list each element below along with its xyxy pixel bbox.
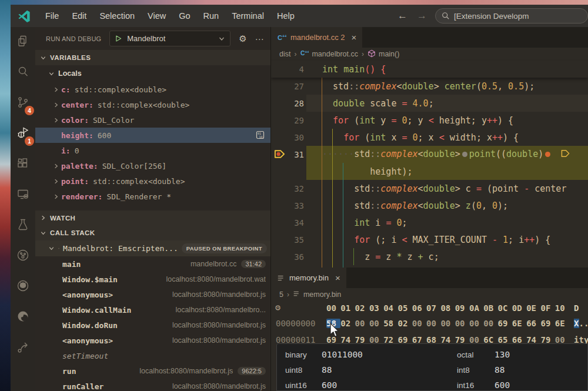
variable-row-center[interactable]: center:std::complex<double> (35, 97, 270, 112)
hex-byte[interactable]: 00 (483, 319, 497, 328)
breadcrumb-item-dist[interactable]: dist (279, 50, 290, 58)
code-line-33[interactable]: 33 std::complex<double> z(0, 0); (271, 197, 588, 214)
activity-live-share[interactable] (11, 333, 35, 363)
menu-help[interactable]: Help (270, 9, 301, 23)
code-area[interactable]: 27 std::complex<double> center(0.5, 0.5)… (271, 78, 588, 268)
activity-search[interactable] (11, 58, 35, 88)
frame-anonymous[interactable]: <anonymous>localhost:8080/mandelbrot.js (35, 287, 270, 302)
frame-main[interactable]: mainmandelbrot.cc31:42 (35, 256, 270, 272)
chevron-right-icon (53, 102, 61, 108)
nav-back-icon[interactable]: ← (397, 10, 407, 22)
code-line-wrap[interactable]: height); (271, 163, 588, 180)
variable-row-c[interactable]: c:std::complex<double> (35, 82, 270, 97)
activity-testing[interactable] (11, 210, 35, 241)
code-line-29[interactable]: 29 for (int y = 0; y < height; y++) { (271, 112, 588, 129)
menu-terminal[interactable]: Terminal (225, 9, 270, 23)
frame-run[interactable]: runlocalhost:8080/mandelbrot.js9622:5 (35, 363, 270, 379)
hex-byte[interactable]: 00 (440, 319, 455, 328)
activity-explorer[interactable] (11, 27, 35, 58)
hex-byte[interactable]: 00 (455, 319, 469, 328)
hex-byte[interactable]: 02 (340, 319, 355, 328)
frame-Window.callMain[interactable]: Window.callMainlocalhost:8080/mandelbro.… (35, 302, 270, 318)
inline-breakpoint-dot-grey[interactable] (462, 152, 467, 157)
frame-setTimeout[interactable]: setTimeout (35, 348, 270, 363)
activity-debug-visualizer[interactable] (11, 241, 35, 272)
hex-byte[interactable]: 6E (555, 319, 569, 328)
activity-run-and-debug[interactable]: 1 (11, 119, 35, 149)
code-line-30[interactable]: 30 for (int x = 0; x < width; x++) { (271, 129, 588, 146)
launch-config-select[interactable]: Mandelbrot (109, 31, 230, 46)
decoded-char[interactable]: . (579, 319, 584, 328)
variable-row-renderer[interactable]: renderer:SDL_Renderer * (35, 189, 270, 204)
code-line-32[interactable]: 32 std::complex<double> c = (point - cen… (271, 180, 588, 197)
frame-Window.$main[interactable]: Window.$mainlocalhost:8080/mandelbrot.wa… (35, 272, 270, 287)
variable-row-palette[interactable]: palette:SDL_Color[256] (35, 158, 270, 173)
menu-run[interactable]: Run (197, 9, 226, 23)
decoded-char[interactable]: . (584, 319, 588, 328)
hex-byte[interactable]: 00 (469, 319, 483, 328)
code-line-36[interactable]: 36 z = z * z + c; (271, 248, 588, 265)
hex-byte[interactable]: 02 (397, 319, 412, 328)
hex-row-00000000[interactable]: 00000000580200005802000000000000696E6669… (271, 315, 588, 332)
close-icon[interactable]: × (335, 273, 340, 283)
menu-go[interactable]: Go (172, 9, 196, 23)
activity-extensions[interactable] (11, 149, 35, 180)
variable-row-height[interactable]: height:6000110 (35, 128, 270, 143)
activity-source-control[interactable]: 4 (11, 88, 35, 119)
code-line-28[interactable]: 28 double scale = 4.0; (271, 95, 588, 112)
breadcrumb[interactable]: dist›C++mandelbrot.cc›main() (271, 48, 588, 61)
breadcrumb-item-memorybin[interactable]: memory.bin (293, 290, 341, 299)
code-line-31[interactable]: 31······std::complex<double>point((doubl… (271, 146, 588, 163)
hex-byte[interactable]: 00 (412, 319, 426, 328)
variable-row-i[interactable]: i:0 (35, 143, 270, 158)
breadcrumb-item-mandelbrotcc[interactable]: C++mandelbrot.cc (300, 49, 358, 59)
activity-remote-explorer[interactable] (11, 180, 35, 210)
debug-start-icon[interactable] (115, 35, 122, 42)
hex-settings-gear-icon[interactable]: ⚙ (275, 302, 280, 313)
tab-mandelbrot-cc[interactable]: C++ mandelbrot.cc 2 × (271, 27, 362, 48)
activity-github[interactable] (11, 272, 35, 302)
hex-grid[interactable]: ⚙ 000102030405060708090A0B0C0D0E0F10D000… (271, 301, 588, 348)
breakpoint-current-line-icon[interactable] (271, 146, 286, 163)
gear-icon[interactable]: ⚙ (239, 34, 246, 44)
tab-memory-bin[interactable]: memory.bin × (271, 268, 346, 288)
section-watch[interactable]: WATCH (35, 210, 270, 225)
menu-edit[interactable]: Edit (65, 9, 93, 23)
hex-byte[interactable]: 69 (540, 319, 554, 328)
variable-row-color[interactable]: color:SDL_Color (35, 112, 270, 128)
menu-selection[interactable]: Selection (93, 9, 141, 23)
breadcrumb-item-main[interactable]: main() (368, 49, 399, 59)
sticky-line[interactable]: 4int main() { (271, 61, 588, 78)
code-line-34[interactable]: 34 int i = 0; (271, 214, 588, 231)
frame-anonymous[interactable]: <anonymous>localhost:8080/mandelbrot.js (35, 333, 270, 348)
hex-byte[interactable]: 69 (498, 319, 512, 328)
code-line-27[interactable]: 27 std::complex<double> center(0.5, 0.5)… (271, 78, 588, 95)
breadcrumb-item-5[interactable]: 5 (279, 290, 283, 299)
close-icon[interactable]: × (352, 32, 357, 42)
frame-runCaller[interactable]: runCallerlocalhost:8080/mandelbrot.js (35, 379, 270, 391)
hex-byte[interactable]: 66 (526, 319, 540, 328)
hex-byte[interactable]: 00 (369, 319, 383, 328)
decoded-char[interactable]: X (574, 319, 579, 328)
variable-row-point[interactable]: point:std::complex<double> (35, 173, 270, 189)
hex-byte[interactable]: 00 (355, 319, 369, 328)
menu-view[interactable]: View (141, 9, 172, 23)
inline-breakpoint-dot-orange[interactable] (545, 152, 550, 157)
breadcrumb[interactable]: 5›memory.bin (271, 288, 588, 301)
section-variables[interactable]: VARIABLES (35, 50, 270, 65)
hex-byte[interactable]: 00 (426, 319, 440, 328)
nav-forward-icon[interactable]: → (417, 10, 427, 22)
binary-view-icon[interactable]: 0110 (256, 131, 265, 141)
more-actions-icon[interactable]: ··· (255, 34, 264, 44)
section-callstack[interactable]: CALL STACK (35, 225, 270, 240)
hex-byte[interactable]: 58 (383, 319, 397, 328)
hex-byte[interactable]: 6E (512, 319, 526, 328)
menu-file[interactable]: File (39, 9, 65, 23)
activity-edge-devtools[interactable] (11, 302, 35, 333)
frame-Window.doRun[interactable]: Window.doRunlocalhost:8080/mandelbrot.js (35, 318, 270, 333)
code-line-35[interactable]: 35 for (; i < MAX_ITER_COUNT - 1; i++) { (271, 231, 588, 248)
command-center-search[interactable]: [Extension Developm (435, 8, 588, 24)
sticky-scroll-line[interactable]: 4int main() { (271, 61, 588, 78)
scope-locals[interactable]: Locals (35, 65, 270, 82)
callstack-thread[interactable]: Mandelbrot: Emscripten... PAUSED ON BREA… (35, 240, 270, 256)
